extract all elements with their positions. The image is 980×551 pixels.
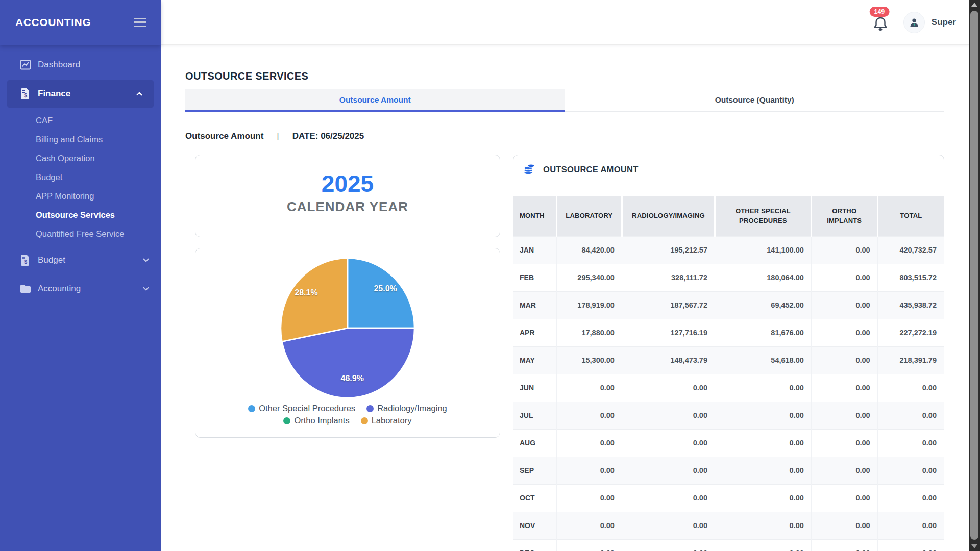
table-cell: 0.00 bbox=[877, 512, 944, 539]
user-name: Super bbox=[932, 17, 956, 28]
legend-item-other-special-procedures[interactable]: Other Special Procedures bbox=[248, 404, 355, 413]
tab-strip: Outsource Amount Outsource (Quantity) bbox=[185, 89, 944, 112]
sidebar-subitem-cash-operation[interactable]: Cash Operation bbox=[0, 149, 161, 168]
table-cell: 227,272.19 bbox=[877, 319, 944, 346]
table-cell: 0.00 bbox=[715, 374, 812, 402]
table-cell: 328,111.72 bbox=[622, 264, 715, 291]
column-header-laboratory: LABORATORY bbox=[556, 196, 622, 236]
table-cell: SEP bbox=[513, 457, 556, 484]
pie-chart: 25.0%46.9%28.1% bbox=[205, 251, 491, 404]
table-cell: 127,716.19 bbox=[622, 319, 715, 346]
sidebar-item-accounting[interactable]: Accounting bbox=[0, 277, 161, 300]
notifications-button[interactable]: 149 bbox=[872, 15, 889, 36]
sidebar-header: ACCOUNTING bbox=[0, 0, 161, 45]
table-cell: 0.00 bbox=[811, 374, 877, 402]
sidebar-subitem-caf[interactable]: CAF bbox=[0, 111, 161, 130]
sidebar-item-finance[interactable]: $ Finance bbox=[7, 80, 154, 108]
table-row-jul: JUL0.000.000.000.000.00 bbox=[513, 402, 944, 429]
legend-item-laboratory[interactable]: Laboratory bbox=[361, 416, 412, 425]
table-row-jun: JUN0.000.000.000.000.00 bbox=[513, 374, 944, 402]
user-menu[interactable]: Super bbox=[903, 12, 956, 33]
chevron-down-icon bbox=[141, 284, 151, 293]
table-cell: 0.00 bbox=[877, 539, 944, 551]
chart-line-icon bbox=[19, 59, 32, 71]
table-cell: 0.00 bbox=[556, 429, 622, 457]
left-column: 2025 CALENDAR YEAR 25.0%46.9%28.1% Other… bbox=[195, 155, 500, 438]
sidebar-subitem-billing-and-claims[interactable]: Billing and Claims bbox=[0, 130, 161, 149]
main-area: 149 Super OUTSOURCE SERVICES Outsource A… bbox=[161, 0, 969, 551]
legend-label: Ortho Implants bbox=[294, 416, 349, 425]
table-row-mar: MAR178,919.00187,567.7269,452.000.00435,… bbox=[513, 291, 944, 319]
chevron-up-icon bbox=[135, 89, 144, 98]
table-cell: 0.00 bbox=[877, 429, 944, 457]
table-cell: 178,919.00 bbox=[556, 291, 622, 319]
table-cell: 0.00 bbox=[811, 457, 877, 484]
calendar-caption: CALENDAR YEAR bbox=[195, 199, 500, 215]
legend-item-ortho-implants[interactable]: Ortho Implants bbox=[283, 416, 349, 425]
table-gap bbox=[513, 183, 944, 196]
pie-slice-label: 46.9% bbox=[341, 374, 364, 383]
table-cell: 0.00 bbox=[877, 374, 944, 402]
sidebar-subitem-app-monitoring[interactable]: APP Monitoring bbox=[0, 187, 161, 206]
separator: | bbox=[277, 131, 279, 141]
table-cell: 0.00 bbox=[622, 457, 715, 484]
pie-slice-radiology-imaging[interactable] bbox=[282, 328, 415, 398]
table-head: MONTHLABORATORYRADIOLOGY/IMAGINGOTHER SP… bbox=[513, 196, 944, 236]
table-cell: 17,880.00 bbox=[556, 319, 622, 346]
pie-slice-laboratory[interactable] bbox=[281, 258, 348, 342]
table-cell: 0.00 bbox=[622, 429, 715, 457]
table-cell: 0.00 bbox=[811, 402, 877, 429]
finance-submenu: CAFBilling and ClaimsCash OperationBudge… bbox=[0, 108, 161, 244]
table-cell: 295,340.00 bbox=[556, 264, 622, 291]
file-invoice-dollar-icon: $ bbox=[19, 88, 32, 100]
column-header-other-special-procedures: OTHER SPECIAL PROCEDURES bbox=[715, 196, 812, 236]
table-cell: 0.00 bbox=[811, 319, 877, 346]
table-cell: AUG bbox=[513, 429, 556, 457]
column-header-ortho-implants: ORTHO IMPLANTS bbox=[811, 196, 877, 236]
table-cell: 0.00 bbox=[556, 512, 622, 539]
table-cell: NOV bbox=[513, 512, 556, 539]
page-title: OUTSOURCE SERVICES bbox=[185, 70, 944, 82]
right-column: OUTSOURCE AMOUNT MONTHLABORATORYRADIOLOG… bbox=[513, 155, 944, 551]
table-cell: 0.00 bbox=[811, 264, 877, 291]
scrollbar-up-button[interactable] bbox=[969, 0, 980, 9]
table-header-row: MONTHLABORATORYRADIOLOGY/IMAGINGOTHER SP… bbox=[513, 196, 944, 236]
calendar-year-card: 2025 CALENDAR YEAR bbox=[195, 155, 500, 237]
hamburger-menu-icon[interactable] bbox=[132, 16, 149, 30]
svg-text:$: $ bbox=[24, 259, 27, 265]
table-cell: 0.00 bbox=[556, 402, 622, 429]
sidebar-subitem-outsource-services[interactable]: Outsource Services bbox=[0, 206, 161, 224]
table-cell: 0.00 bbox=[622, 374, 715, 402]
bell-icon bbox=[872, 15, 889, 34]
table-cell: 0.00 bbox=[877, 484, 944, 512]
tab-outsource-quantity[interactable]: Outsource (Quantity) bbox=[565, 89, 945, 112]
scrollbar-down-button[interactable] bbox=[969, 542, 980, 551]
table-cell: FEB bbox=[513, 264, 556, 291]
table-row-oct: OCT0.000.000.000.000.00 bbox=[513, 484, 944, 512]
legend-item-radiology-imaging[interactable]: Radiology/Imaging bbox=[366, 404, 447, 413]
table-row-nov: NOV0.000.000.000.000.00 bbox=[513, 512, 944, 539]
pie-chart-card: 25.0%46.9%28.1% Other Special Procedures… bbox=[195, 248, 500, 438]
pie-slice-other-special-procedures[interactable] bbox=[348, 258, 414, 328]
sidebar-item-label: Accounting bbox=[38, 284, 81, 294]
outsource-amount-card: OUTSOURCE AMOUNT MONTHLABORATORYRADIOLOG… bbox=[513, 155, 944, 551]
sidebar-item-label: Budget bbox=[38, 255, 65, 265]
sidebar-subitem-budget[interactable]: Budget bbox=[0, 168, 161, 187]
legend-label: Laboratory bbox=[372, 416, 412, 425]
outsource-table: MONTHLABORATORYRADIOLOGY/IMAGINGOTHER SP… bbox=[513, 196, 944, 551]
sidebar-item-dashboard[interactable]: Dashboard bbox=[0, 53, 161, 77]
card-header-strip bbox=[195, 155, 500, 165]
sidebar-subitem-quantified-free-service[interactable]: Quantified Free Service bbox=[0, 224, 161, 243]
legend-color-dot bbox=[366, 405, 374, 412]
folder-icon bbox=[19, 284, 32, 294]
table-cell: 0.00 bbox=[715, 512, 812, 539]
table-row-may: MAY15,300.00148,473.7954,618.000.00218,3… bbox=[513, 346, 944, 374]
scrollbar-thumb[interactable] bbox=[970, 11, 978, 540]
table-cell: 15,300.00 bbox=[556, 346, 622, 374]
table-cell: 180,064.00 bbox=[715, 264, 812, 291]
table-cell: 81,676.00 bbox=[715, 319, 812, 346]
tab-outsource-amount[interactable]: Outsource Amount bbox=[185, 89, 565, 112]
sidebar-item-budget[interactable]: $ Budget bbox=[0, 248, 161, 272]
legend-color-dot bbox=[361, 417, 368, 424]
topbar: 149 Super bbox=[161, 0, 969, 45]
